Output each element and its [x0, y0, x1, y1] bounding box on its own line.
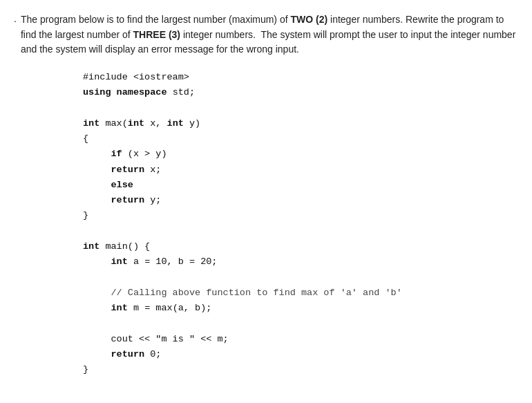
code-line: if (x > y): [83, 147, 518, 162]
code-line: int max(int x, int y): [83, 116, 518, 131]
code-line: }: [83, 208, 518, 223]
code-line: else: [83, 178, 518, 193]
code-line: return y;: [83, 193, 518, 208]
code-line: }: [83, 362, 518, 377]
code-line: return 0;: [83, 347, 518, 362]
code-line: [83, 316, 518, 331]
question-number: .: [14, 13, 17, 24]
question-header: . The program below is to find the large…: [14, 12, 518, 57]
code-line: int a = 10, b = 20;: [83, 254, 518, 270]
code-line: [83, 224, 518, 239]
code-block: #include <iostream>using namespace std; …: [14, 70, 518, 377]
code-line: int m = max(a, b);: [83, 301, 518, 316]
page-container: . The program below is to find the large…: [0, 0, 532, 403]
code-line: cout << "m is " << m;: [83, 332, 518, 347]
code-comment-line: // Calling above function to find max of…: [83, 285, 518, 301]
question-text: The program below is to find the largest…: [21, 12, 518, 57]
code-line: using namespace std;: [83, 85, 518, 100]
code-line: #include <iostream>: [83, 70, 518, 85]
code-line: int main() {: [83, 239, 518, 254]
code-line: {: [83, 131, 518, 147]
code-line: [83, 270, 518, 285]
code-line: return x;: [83, 162, 518, 178]
code-line: [83, 101, 518, 116]
